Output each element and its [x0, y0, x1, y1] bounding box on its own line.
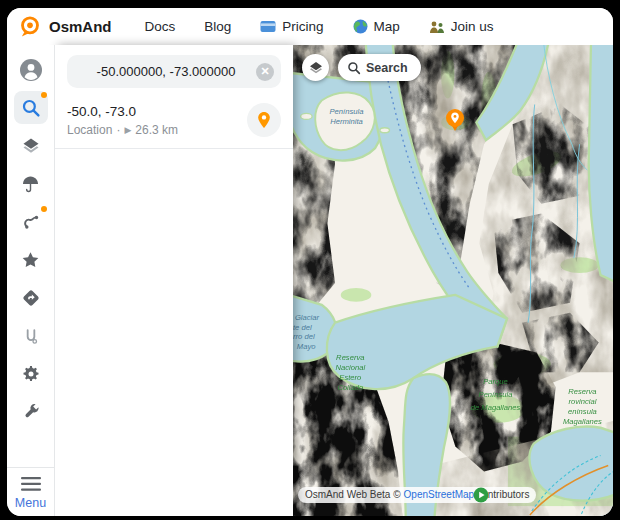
- nav-docs[interactable]: Docs: [145, 19, 176, 34]
- result-category: Location: [67, 123, 112, 137]
- sidebar-item-tracks[interactable]: [14, 205, 48, 238]
- nav-blog[interactable]: Blog: [204, 19, 231, 34]
- profile-avatar-icon: [19, 58, 43, 82]
- wrench-icon: [21, 402, 41, 422]
- sidebar-item-weather[interactable]: [14, 167, 48, 200]
- label-parque-peninsula: Parque: [483, 377, 508, 386]
- direction-arrow-icon: ▶: [124, 125, 131, 135]
- search-badge-dot: [41, 92, 47, 98]
- tracks-badge-dot: [41, 206, 47, 212]
- app-window: OsmAnd Docs Blog Map Pricing Map: [7, 8, 613, 516]
- svg-text:Estero: Estero: [339, 373, 362, 382]
- sidebar-item-tools[interactable]: [14, 395, 48, 428]
- osmand-logo-icon[interactable]: [20, 16, 40, 38]
- svg-text:Collado: Collado: [337, 383, 364, 392]
- map-search-icon: [347, 61, 361, 75]
- result-separator: ·: [116, 123, 120, 137]
- tour-play-button[interactable]: [473, 487, 489, 503]
- label-glaciar: Glaciar: [295, 313, 320, 322]
- result-pin-circle: [247, 103, 281, 137]
- label-reserva-nacional: Reserva: [336, 353, 365, 362]
- search-icon: [21, 98, 41, 118]
- map-marker-pin[interactable]: [445, 108, 465, 133]
- svg-text:Mayo: Mayo: [297, 342, 316, 351]
- layers-icon: [21, 136, 41, 156]
- sidebar-menu-button[interactable]: Menu: [7, 467, 54, 516]
- svg-text:rro del: rro del: [293, 332, 315, 341]
- brand-title[interactable]: OsmAnd: [49, 18, 112, 35]
- search-input[interactable]: [76, 63, 256, 80]
- sidebar-item-plan-route[interactable]: [14, 319, 48, 352]
- svg-text:Nacional: Nacional: [335, 363, 365, 372]
- svg-text:Herminita: Herminita: [330, 117, 363, 126]
- hamburger-menu-icon: [21, 477, 41, 491]
- map-container: Península Herminita Glaciar te del rro d…: [293, 45, 613, 516]
- search-box: ✕: [67, 55, 281, 88]
- map-layers-icon: [308, 60, 324, 76]
- map-search-button[interactable]: Search: [338, 54, 421, 81]
- map-attribution: OsmAnd Web Beta © OpenStreetMap contribu…: [298, 487, 536, 503]
- result-distance: 26.3 km: [135, 123, 178, 137]
- sidebar-item-settings[interactable]: [14, 357, 48, 390]
- sidebar-item-favorites[interactable]: [14, 243, 48, 276]
- search-panel: ✕ -50.0, -73.0 Location · ▶ 26.3 km: [55, 45, 293, 516]
- nav-join-us[interactable]: Join us: [429, 19, 494, 34]
- track-route-icon: [21, 212, 41, 232]
- sidebar-item-navigation[interactable]: [14, 281, 48, 314]
- umbrella-icon: [21, 174, 40, 194]
- menu-label: Menu: [15, 496, 46, 510]
- location-pin-icon: [256, 111, 272, 129]
- svg-text:rovincial: rovincial: [568, 397, 596, 406]
- svg-text:enínsula: enínsula: [568, 407, 597, 416]
- nav-map[interactable]: Map: [353, 19, 400, 34]
- svg-text:Península: Península: [479, 390, 514, 399]
- people-icon: [429, 20, 445, 34]
- label-peninsula-herminita: Península: [330, 107, 365, 116]
- top-navbar: OsmAnd Docs Blog Map Pricing Map: [7, 8, 613, 45]
- directions-icon: [21, 288, 41, 308]
- map-controls: Search: [302, 54, 421, 81]
- globe-icon: [353, 19, 368, 34]
- openstreetmap-link[interactable]: OpenStreetMap: [404, 489, 475, 500]
- nav-pricing[interactable]: Map Pricing: [260, 19, 323, 34]
- sidebar-item-search[interactable]: [14, 91, 48, 124]
- plan-route-icon: [21, 326, 41, 346]
- result-title: -50.0, -73.0: [67, 104, 247, 119]
- screenshot-frame: OsmAnd Docs Blog Map Pricing Map: [0, 0, 620, 520]
- pricing-card-icon: [260, 20, 276, 33]
- search-result-item[interactable]: -50.0, -73.0 Location · ▶ 26.3 km: [55, 97, 293, 149]
- svg-text:de Magallanes: de Magallanes: [471, 403, 521, 412]
- sidebar-item-profile[interactable]: [14, 53, 48, 86]
- svg-text:Magallanes: Magallanes: [563, 417, 602, 426]
- svg-text:te del: te del: [293, 322, 312, 331]
- gear-icon: [21, 364, 41, 384]
- content-area: Menu ✕ -50.0, -73.0 Location · ▶: [7, 45, 613, 516]
- label-reserva-provincial: Reserva: [568, 387, 597, 396]
- attribution-prefix: OsmAnd Web Beta ©: [305, 489, 401, 500]
- map-layers-button[interactable]: [302, 54, 329, 81]
- sidebar-item-layers[interactable]: [14, 129, 48, 162]
- star-icon: [20, 250, 41, 270]
- sidebar-icon-rail: Menu: [7, 45, 55, 516]
- clear-search-icon[interactable]: ✕: [256, 63, 274, 81]
